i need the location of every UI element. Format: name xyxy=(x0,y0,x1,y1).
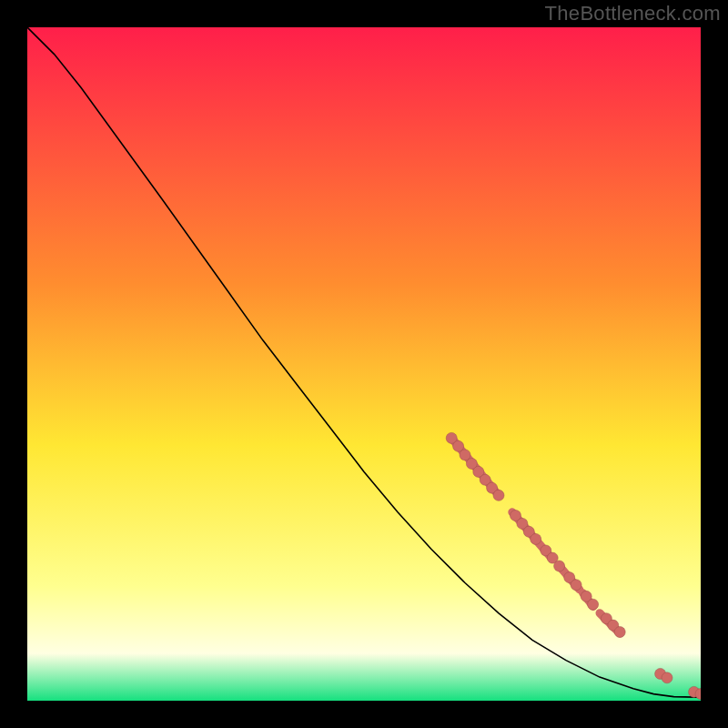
watermark-label: TheBottleneck.com xyxy=(545,2,721,25)
data-point xyxy=(453,440,464,451)
chart-frame: TheBottleneck.com xyxy=(0,0,728,728)
data-point xyxy=(571,580,581,591)
data-point xyxy=(554,561,565,571)
data-point xyxy=(493,490,504,500)
gradient-background xyxy=(27,27,701,701)
data-point xyxy=(614,627,625,638)
data-point xyxy=(588,599,599,610)
chart-svg xyxy=(27,27,701,701)
data-point xyxy=(662,672,672,683)
data-point xyxy=(460,450,470,460)
data-point xyxy=(531,533,541,544)
chart-plot xyxy=(27,27,701,701)
